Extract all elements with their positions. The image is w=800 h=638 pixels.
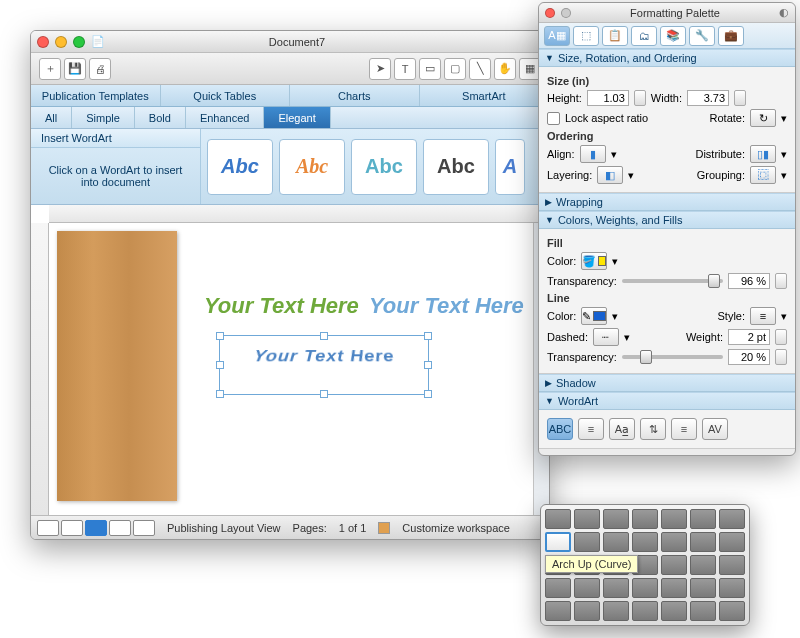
height-stepper[interactable]	[634, 90, 646, 106]
shape-option[interactable]	[690, 601, 716, 621]
shape-option[interactable]	[545, 601, 571, 621]
wordart-instance-1[interactable]: Your Text Here	[204, 293, 359, 319]
rotate-button[interactable]: ↻	[750, 109, 776, 127]
resize-handle[interactable]	[320, 390, 328, 398]
wordart-instance-arch[interactable]: Your Text Here	[217, 348, 431, 366]
shape-tool[interactable]: ▭	[419, 58, 441, 80]
style-elegant[interactable]: Elegant	[264, 107, 330, 128]
weight-stepper[interactable]	[775, 329, 787, 345]
palette-close-button[interactable]	[545, 8, 555, 18]
text-tool[interactable]: T	[394, 58, 416, 80]
tab-quick-tables[interactable]: Quick Tables	[161, 85, 291, 106]
wood-panel-image[interactable]	[57, 231, 177, 501]
shape-option[interactable]	[545, 509, 571, 529]
layering-button[interactable]: ◧	[597, 166, 623, 184]
shape-option[interactable]	[574, 601, 600, 621]
line-style-button[interactable]: ≡	[750, 307, 776, 325]
shape-option[interactable]	[690, 555, 716, 575]
align-button[interactable]: ▮	[580, 145, 606, 163]
line-color-button[interactable]: ✎	[581, 307, 607, 325]
shape-option[interactable]	[719, 532, 745, 552]
shape-option[interactable]	[545, 578, 571, 598]
line-transparency-stepper[interactable]	[775, 349, 787, 365]
zoom-button[interactable]	[73, 36, 85, 48]
shape-arch-up-curve[interactable]	[545, 532, 571, 552]
shape-option[interactable]	[719, 509, 745, 529]
wordart-format-button[interactable]: ≡	[578, 418, 604, 440]
view-mode-1[interactable]	[37, 520, 59, 536]
shape-option[interactable]	[690, 509, 716, 529]
section-colors-header[interactable]: ▼Colors, Weights, and Fills	[539, 211, 795, 229]
palette-tab-reference[interactable]: 📚	[660, 26, 686, 46]
print-button[interactable]: 🖨	[89, 58, 111, 80]
shape-option[interactable]	[690, 578, 716, 598]
fill-transparency-stepper[interactable]	[775, 273, 787, 289]
tab-charts[interactable]: Charts	[290, 85, 420, 106]
palette-tab-object[interactable]: ⬚	[573, 26, 599, 46]
palette-tab-project[interactable]: 💼	[718, 26, 744, 46]
shape-option[interactable]	[574, 555, 600, 575]
resize-handle[interactable]	[424, 361, 432, 369]
shape-option[interactable]	[603, 578, 629, 598]
shape-option[interactable]	[632, 601, 658, 621]
resize-handle[interactable]	[424, 332, 432, 340]
wordart-style-3[interactable]: Abc	[351, 139, 417, 195]
view-mode-4[interactable]	[109, 520, 131, 536]
height-field[interactable]	[587, 90, 629, 106]
palette-toggle-icon[interactable]: ◐	[779, 6, 789, 19]
shape-option[interactable]	[545, 555, 571, 575]
width-field[interactable]	[687, 90, 729, 106]
status-customize[interactable]: Customize workspace	[402, 522, 510, 534]
tab-smartart[interactable]: SmartArt	[420, 85, 550, 106]
tab-publication-templates[interactable]: Publication Templates	[31, 85, 161, 106]
section-wrapping-header[interactable]: ▶Wrapping	[539, 193, 795, 211]
style-bold[interactable]: Bold	[135, 107, 186, 128]
shape-option[interactable]	[719, 578, 745, 598]
resize-handle[interactable]	[320, 332, 328, 340]
fill-color-button[interactable]: 🪣	[581, 252, 607, 270]
wordart-kern-button[interactable]: AV	[702, 418, 728, 440]
vertical-ruler[interactable]	[31, 223, 49, 515]
palette-tab-formatting[interactable]: A▦	[544, 26, 570, 46]
shape-option[interactable]	[574, 578, 600, 598]
section-size-header[interactable]: ▼Size, Rotation, and Ordering	[539, 49, 795, 67]
resize-handle[interactable]	[216, 332, 224, 340]
wordart-style-1[interactable]: Abc	[207, 139, 273, 195]
document-canvas[interactable]: Your Text Here Your Text Here Your Text …	[49, 223, 533, 515]
shape-option[interactable]	[603, 601, 629, 621]
style-simple[interactable]: Simple	[72, 107, 135, 128]
shape-option[interactable]	[661, 509, 687, 529]
shape-option[interactable]	[661, 578, 687, 598]
view-mode-3[interactable]	[85, 520, 107, 536]
shape-option[interactable]	[574, 532, 600, 552]
resize-handle[interactable]	[424, 390, 432, 398]
wordart-instance-2[interactable]: Your Text Here	[369, 293, 524, 319]
shape-option[interactable]	[632, 509, 658, 529]
shape-option[interactable]	[574, 509, 600, 529]
wordart-style-4[interactable]: Abc	[423, 139, 489, 195]
shape-option[interactable]	[632, 555, 658, 575]
resize-handle[interactable]	[216, 361, 224, 369]
pointer-tool[interactable]: ➤	[369, 58, 391, 80]
wordart-style-2[interactable]: Abc	[279, 139, 345, 195]
hand-tool[interactable]: ✋	[494, 58, 516, 80]
shape-option[interactable]	[690, 532, 716, 552]
wordart-spacing-button[interactable]: Aa̲	[609, 418, 635, 440]
distribute-button[interactable]: ▯▮	[750, 145, 776, 163]
lock-aspect-checkbox[interactable]	[547, 112, 560, 125]
view-mode-2[interactable]	[61, 520, 83, 536]
shape-option[interactable]	[661, 532, 687, 552]
fill-transparency-field[interactable]	[728, 273, 770, 289]
grouping-button[interactable]: ⿴	[750, 166, 776, 184]
weight-field[interactable]	[728, 329, 770, 345]
resize-handle[interactable]	[216, 390, 224, 398]
shape-option[interactable]	[661, 555, 687, 575]
shape-option[interactable]	[632, 532, 658, 552]
shape-option[interactable]	[632, 578, 658, 598]
width-stepper[interactable]	[734, 90, 746, 106]
dashed-button[interactable]: ┈	[593, 328, 619, 346]
rect-tool[interactable]: ▢	[444, 58, 466, 80]
minimize-button[interactable]	[55, 36, 67, 48]
wordart-vertical-button[interactable]: ⇅	[640, 418, 666, 440]
save-button[interactable]: 💾	[64, 58, 86, 80]
